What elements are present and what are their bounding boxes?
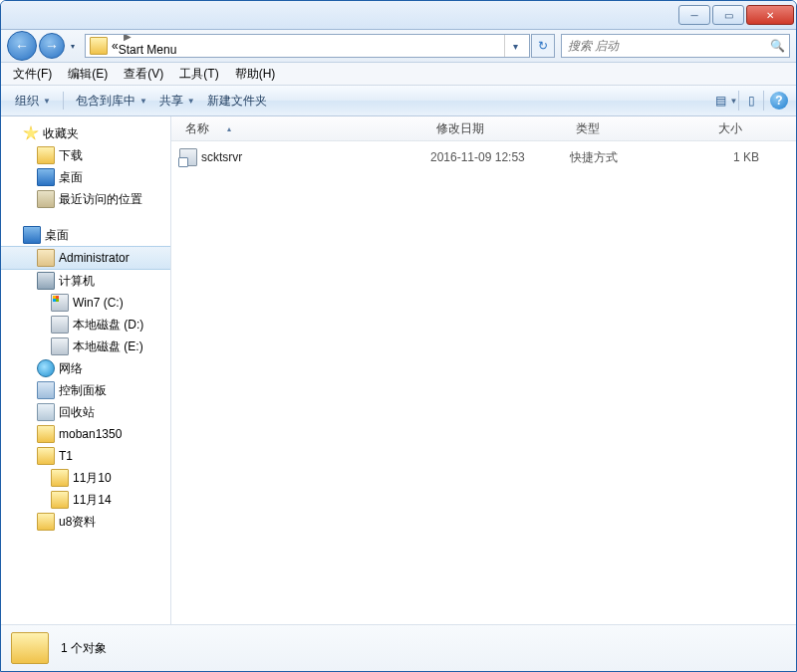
address-dropdown[interactable]: ▾	[504, 35, 525, 57]
fav-icon	[23, 125, 39, 141]
back-button[interactable]: ←	[7, 31, 37, 61]
command-bar: 组织▼ 包含到库中▼ 共享▼ 新建文件夹 ▤▼ ▯ ?	[1, 86, 796, 116]
close-button[interactable]: ✕	[746, 5, 794, 25]
tree-item-label: 11月14	[73, 492, 112, 509]
include-in-library-button[interactable]: 包含到库中▼	[70, 90, 153, 112]
menubar: 文件(F)编辑(E)查看(V)工具(T)帮助(H)	[1, 63, 796, 86]
menu-edit[interactable]: 编辑(E)	[60, 64, 116, 85]
share-button[interactable]: 共享▼	[153, 90, 201, 112]
file-date: 2016-11-09 12:53	[430, 150, 570, 164]
tree-item-label: Win7 (C:)	[73, 296, 124, 310]
tree-item-label: 桌面	[45, 227, 69, 244]
menu-view[interactable]: 查看(V)	[116, 64, 171, 85]
maximize-button[interactable]: ▭	[712, 5, 744, 25]
navpane-u8[interactable]: u8资料	[1, 511, 170, 533]
breadcrumb-segment[interactable]: Start Menu	[119, 43, 177, 57]
folder-icon	[51, 469, 69, 487]
net-icon	[37, 359, 55, 377]
column-date[interactable]: 修改日期	[430, 120, 570, 137]
tree-item-label: 网络	[59, 360, 83, 377]
tree-item-label: 最近访问的位置	[59, 191, 142, 208]
search-icon: 🔍	[770, 39, 785, 53]
comp-icon	[37, 272, 55, 290]
folder-icon	[51, 491, 69, 509]
navpane-admin[interactable]: Administrator	[1, 246, 170, 270]
navpane-desktop[interactable]: 桌面	[1, 166, 170, 188]
navpane-d[interactable]: 本地磁盘 (D:)	[1, 314, 170, 336]
search-box[interactable]: 🔍	[561, 34, 790, 58]
navpane-network[interactable]: 网络	[1, 357, 170, 379]
tree-item-label: moban1350	[59, 427, 122, 441]
navpane-moban[interactable]: moban1350	[1, 423, 170, 445]
recent-icon	[37, 190, 55, 208]
organize-button[interactable]: 组织▼	[9, 90, 57, 112]
address-bar[interactable]: « ▶Microsoft▶Windows▶Start Menu▶程序▶启动 ▾	[85, 34, 530, 58]
folder-icon	[37, 146, 55, 164]
menu-help[interactable]: 帮助(H)	[227, 64, 284, 85]
bin-icon	[37, 403, 55, 421]
user-icon	[37, 249, 55, 267]
tree-item-label: 控制面板	[59, 382, 107, 399]
tree-item-label: Administrator	[59, 251, 130, 265]
content-area: 名称▴ 修改日期 类型 大小 scktsrvr2016-11-09 12:53快…	[171, 116, 796, 624]
navigation-pane[interactable]: 收藏夹下载桌面最近访问的位置桌面Administrator计算机Win7 (C:…	[1, 116, 171, 624]
desktop-icon	[23, 226, 41, 244]
folder-icon	[37, 447, 55, 465]
folder-icon	[90, 37, 108, 55]
nav-history-dropdown[interactable]: ▾	[67, 42, 79, 51]
menu-file[interactable]: 文件(F)	[5, 64, 60, 85]
sort-indicator-icon: ▴	[227, 124, 231, 133]
folder-icon	[11, 632, 49, 664]
tree-item-label: 回收站	[59, 404, 95, 421]
folder-icon	[37, 425, 55, 443]
breadcrumb-prefix: «	[112, 39, 119, 53]
tree-item-label: 11月10	[73, 470, 112, 487]
navpane-favorites[interactable]: 收藏夹	[1, 122, 170, 144]
tree-item-label: 计算机	[59, 273, 95, 290]
file-row[interactable]: scktsrvr2016-11-09 12:53快捷方式1 KB	[171, 147, 796, 167]
cpl-icon	[37, 381, 55, 399]
navpane-t1[interactable]: T1	[1, 445, 170, 467]
new-folder-button[interactable]: 新建文件夹	[201, 90, 273, 112]
file-name: scktsrvr	[201, 150, 242, 164]
titlebar[interactable]: ─ ▭ ✕	[1, 1, 796, 30]
column-headers[interactable]: 名称▴ 修改日期 类型 大小	[171, 116, 796, 141]
navpane-desktop-root[interactable]: 桌面	[1, 224, 170, 246]
navpane-e[interactable]: 本地磁盘 (E:)	[1, 336, 170, 357]
refresh-button[interactable]: ↻	[531, 34, 555, 58]
file-size: 1 KB	[679, 150, 775, 164]
file-list[interactable]: scktsrvr2016-11-09 12:53快捷方式1 KB	[171, 141, 796, 624]
shortcut-icon	[179, 148, 197, 166]
help-button[interactable]: ?	[770, 92, 788, 110]
drive-win-icon	[51, 294, 69, 312]
views-button[interactable]: ▤▼	[716, 92, 736, 110]
navpane-computer[interactable]: 计算机	[1, 270, 170, 292]
navigation-bar: ← → ▾ « ▶Microsoft▶Windows▶Start Menu▶程序…	[1, 30, 796, 63]
file-type: 快捷方式	[570, 149, 679, 166]
navpane-bin[interactable]: 回收站	[1, 401, 170, 423]
folder-icon	[37, 513, 55, 531]
drive-icon	[51, 316, 69, 334]
column-name[interactable]: 名称▴	[179, 120, 430, 137]
search-input[interactable]	[566, 38, 770, 54]
desktop-icon	[37, 168, 55, 186]
drive-icon	[51, 337, 69, 355]
navpane-c[interactable]: Win7 (C:)	[1, 292, 170, 314]
minimize-button[interactable]: ─	[678, 5, 710, 25]
column-size[interactable]: 大小	[679, 120, 759, 137]
tree-item-label: 桌面	[59, 169, 83, 186]
tree-item-label: 本地磁盘 (E:)	[73, 338, 143, 355]
tree-item-label: 下载	[59, 147, 83, 164]
navpane-nov14[interactable]: 11月14	[1, 489, 170, 511]
menu-tools[interactable]: 工具(T)	[171, 64, 226, 85]
tree-item-label: 本地磁盘 (D:)	[73, 317, 143, 334]
navpane-nov10[interactable]: 11月10	[1, 467, 170, 489]
navpane-downloads[interactable]: 下载	[1, 144, 170, 166]
column-type[interactable]: 类型	[570, 120, 679, 137]
preview-pane-button[interactable]: ▯	[741, 92, 761, 110]
navpane-recent[interactable]: 最近访问的位置	[1, 188, 170, 210]
forward-button[interactable]: →	[39, 33, 65, 59]
breadcrumb-separator-icon: ▶	[119, 34, 136, 42]
navpane-cpl[interactable]: 控制面板	[1, 379, 170, 401]
tree-item-label: u8资料	[59, 514, 96, 531]
